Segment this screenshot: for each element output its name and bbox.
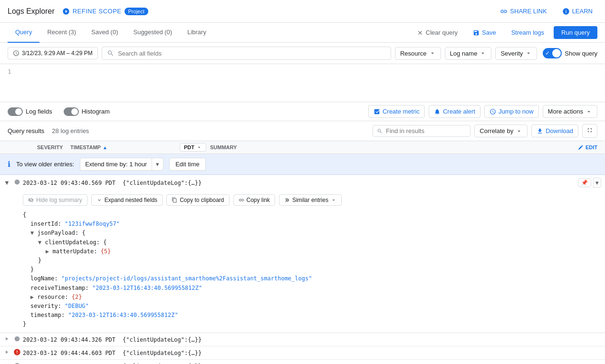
share-link-button[interactable]: SHARE LINK bbox=[495, 5, 551, 18]
matter-update-key: matterUpdate bbox=[52, 248, 94, 255]
results-right: Correlate by Download bbox=[373, 124, 597, 138]
log-action-bar: Hide log summary Expand nested fields Co… bbox=[23, 194, 597, 206]
histogram-toggle[interactable]: Histogram bbox=[64, 107, 110, 116]
row-timestamp: 2023-03-12 09:44:44.603 PDT bbox=[23, 350, 123, 356]
hide-log-summary-button[interactable]: Hide log summary bbox=[23, 194, 87, 206]
learn-button[interactable]: LEARN bbox=[557, 5, 597, 18]
refine-scope-button[interactable]: REFINE SCOPE bbox=[62, 8, 122, 15]
expand-nested-button[interactable]: Expand nested fields bbox=[91, 194, 163, 206]
copy-icon bbox=[172, 197, 177, 203]
download-button[interactable]: Download bbox=[531, 125, 578, 137]
expanded-log-header[interactable]: ▼ 2023-03-12 09:43:40.569 PDT {"clientUp… bbox=[0, 175, 605, 191]
create-metric-button[interactable]: Create metric bbox=[368, 105, 425, 118]
edit-time-button[interactable]: Edit time bbox=[169, 158, 206, 171]
tabs-right: Clear query Save Stream logs Run query bbox=[411, 26, 597, 39]
matter-update-expand[interactable]: ▶ bbox=[46, 248, 49, 255]
tab-library[interactable]: Library bbox=[180, 23, 214, 43]
copy-link-button[interactable]: Copy link bbox=[233, 194, 275, 206]
clear-query-button[interactable]: Clear query bbox=[411, 26, 463, 39]
log-fields-label: Log fields bbox=[26, 108, 52, 115]
resource-filter[interactable]: Resource bbox=[395, 47, 441, 60]
jump-to-now-button[interactable]: Jump to now bbox=[484, 105, 539, 118]
share-link-label: SHARE LINK bbox=[510, 8, 547, 15]
time-selector[interactable]: 3/12/23, 9:29 AM – 4:29 PM bbox=[8, 47, 98, 59]
json-payload-expand[interactable]: ▼ bbox=[30, 230, 34, 236]
resource-val: {2} bbox=[72, 294, 82, 300]
severity-filter[interactable]: Severity bbox=[495, 47, 537, 60]
pin-button[interactable]: 📌 bbox=[578, 178, 591, 187]
pin-dropdown[interactable]: ▾ bbox=[593, 178, 601, 188]
log-row[interactable]: 2023-03-12 09:44:44.603 PDT {"clientUpda… bbox=[0, 346, 605, 360]
resource-key: resource bbox=[37, 294, 65, 300]
log-rows-container: 2023-03-12 09:43:44.326 PDT {"clientUpda… bbox=[0, 333, 605, 364]
row-summary: {"clientUpdateLog":{…}} bbox=[123, 336, 601, 343]
info-icon: ℹ bbox=[8, 160, 10, 169]
tab-query[interactable]: Query bbox=[8, 23, 39, 43]
edit-columns-button[interactable]: EDIT bbox=[578, 144, 597, 150]
log-row[interactable]: 2023-03-12 09:44:46.796 PDT {"clientUpda… bbox=[0, 360, 605, 364]
copy-to-clipboard-button[interactable]: Copy to clipboard bbox=[166, 194, 229, 206]
resource-expand[interactable]: ▶ bbox=[30, 294, 34, 300]
row-expand-icon[interactable] bbox=[4, 336, 13, 343]
th-timestamp[interactable]: TIMESTAMP ▲ bbox=[70, 144, 180, 150]
pdt-selector[interactable]: PDT bbox=[180, 143, 206, 152]
expand-nested-icon bbox=[96, 197, 102, 203]
refine-scope-icon bbox=[62, 8, 70, 15]
tab-saved[interactable]: Saved (0) bbox=[84, 23, 125, 43]
save-button[interactable]: Save bbox=[467, 26, 502, 39]
correlate-by-button[interactable]: Correlate by bbox=[474, 125, 528, 137]
search-box[interactable] bbox=[102, 47, 391, 60]
toolbar-row: Log fields Histogram Create metric Creat… bbox=[0, 102, 605, 121]
svg-point-1 bbox=[15, 336, 20, 342]
stream-logs-button[interactable]: Stream logs bbox=[506, 26, 550, 39]
link-icon bbox=[239, 197, 244, 203]
expanded-timestamp: 2023-03-12 09:43:40.569 PDT bbox=[23, 180, 123, 186]
notice-text: To view older entries: bbox=[16, 161, 74, 168]
show-query-toggle[interactable]: ✓ Show query bbox=[543, 48, 597, 58]
tab-suggested[interactable]: Suggested (0) bbox=[125, 23, 180, 43]
log-fields-toggle[interactable]: Log fields bbox=[8, 107, 52, 116]
expand-results-button[interactable] bbox=[582, 124, 597, 138]
save-icon bbox=[473, 29, 480, 36]
create-alert-button[interactable]: Create alert bbox=[429, 105, 480, 118]
row-summary: {"clientUpdateLog":{…}} bbox=[123, 350, 601, 356]
histogram-switch[interactable] bbox=[64, 107, 79, 116]
create-alert-icon bbox=[434, 108, 441, 115]
find-in-results-box[interactable] bbox=[373, 125, 471, 137]
similar-entries-button[interactable]: Similar entries bbox=[279, 194, 342, 206]
toolbar-right: Create metric Create alert Jump to now M… bbox=[368, 105, 597, 118]
project-badge: Project bbox=[125, 8, 148, 15]
row-severity-icon bbox=[13, 362, 23, 364]
refine-scope-label: REFINE SCOPE bbox=[73, 8, 122, 15]
similar-entries-icon bbox=[284, 197, 290, 203]
results-bar: Query results 28 log entries Correlate b… bbox=[0, 121, 605, 141]
app-title: Logs Explorer bbox=[8, 7, 55, 16]
extend-time-dropdown[interactable]: ▾ bbox=[152, 158, 163, 170]
log-row[interactable]: 2023-03-12 09:43:44.326 PDT {"clientUpda… bbox=[0, 333, 605, 346]
logname-dropdown-icon bbox=[480, 50, 486, 57]
search-input[interactable] bbox=[118, 50, 386, 57]
collapse-icon[interactable]: ▼ bbox=[4, 179, 13, 186]
tabs-bar: Query Recent (3) Saved (0) Suggested (0)… bbox=[0, 23, 605, 43]
log-fields-switch[interactable] bbox=[8, 107, 23, 116]
extend-time-label[interactable]: Extend time by: 1 hour bbox=[80, 158, 152, 170]
run-query-button[interactable]: Run query bbox=[554, 26, 597, 39]
logname-filter[interactable]: Log name bbox=[445, 47, 492, 60]
timestamp-sort-icon: ▲ bbox=[103, 145, 107, 150]
svg-point-0 bbox=[15, 180, 20, 185]
expanded-summary: {"clientUpdateLog":{…}} bbox=[123, 180, 578, 186]
client-update-log-expand[interactable]: ▼ bbox=[38, 239, 41, 246]
more-actions-button[interactable]: More actions bbox=[543, 105, 597, 118]
th-severity-label[interactable]: SEVERITY bbox=[37, 144, 70, 150]
expanded-log-entry: ▼ 2023-03-12 09:43:40.569 PDT {"clientUp… bbox=[0, 175, 605, 333]
pin-area: 📌 ▾ bbox=[578, 178, 601, 188]
similar-entries-dropdown-icon bbox=[331, 197, 336, 203]
top-bar: Logs Explorer REFINE SCOPE Project SHARE… bbox=[0, 0, 605, 23]
client-update-log-key: clientUpdateLog bbox=[45, 239, 96, 246]
extend-time-button[interactable]: Extend time by: 1 hour ▾ bbox=[80, 158, 163, 171]
show-query-switch[interactable]: ✓ bbox=[543, 48, 562, 58]
row-expand-icon[interactable] bbox=[4, 349, 13, 356]
tab-recent[interactable]: Recent (3) bbox=[39, 23, 84, 43]
query-editor[interactable]: 1 bbox=[0, 64, 605, 102]
find-input[interactable] bbox=[386, 127, 466, 134]
